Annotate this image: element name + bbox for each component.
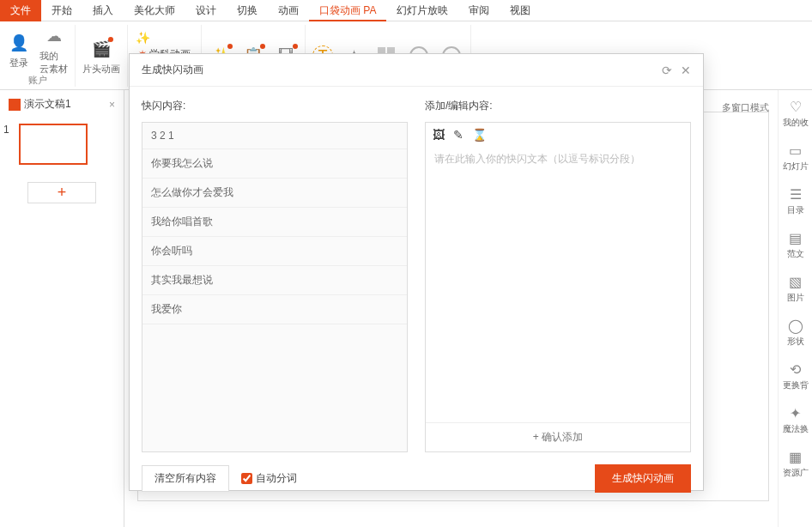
user-icon: 👤 [7,31,31,55]
document-name: 演示文稿1 [24,97,71,112]
multi-window-mode[interactable]: 多窗口模式 [722,101,769,114]
right-sidebar: ♡我的收 ▭幻灯片 ☰目录 ▤范文 ▧图片 ◯形状 ⟲更换背 ✦魔法换 ▦资源广 [778,90,812,527]
image-icon[interactable]: 🖼 [433,128,445,142]
sidebar-resources[interactable]: ▦资源广 [783,449,809,479]
grid-icon: ▦ [789,449,802,465]
tab-start[interactable]: 开始 [41,0,82,21]
close-doc-icon[interactable]: × [109,99,115,111]
slide-thumbnail[interactable]: 1 [3,124,120,165]
dialog-title: 生成快闪动画 [142,63,203,77]
sidebar-favorites[interactable]: ♡我的收 [783,99,809,129]
login-button[interactable]: 👤登录 [7,31,31,70]
list-item[interactable]: 我给你唱首歌 [142,208,407,237]
add-slide-button[interactable]: + [27,182,96,203]
image-icon: ▧ [789,274,802,290]
tab-beauty[interactable]: 美化大师 [124,0,185,21]
list-item[interactable]: 其实我最想说 [142,266,407,295]
tab-design[interactable]: 设计 [185,0,227,21]
sidebar-magic[interactable]: ✦魔法换 [783,405,809,435]
sidebar-slides[interactable]: ▭幻灯片 [783,142,809,173]
slide-preview [19,124,88,165]
generate-button[interactable]: 生成快闪动画 [595,464,691,493]
flash-dialog: 生成快闪动画 ⟳ ✕ 快闪内容: 3 2 1 你要我怎么说 怎么做你才会爱我 我… [129,53,704,491]
tab-insert[interactable]: 插入 [82,0,124,21]
cloud-button[interactable]: ☁我的 云素材 [39,24,68,76]
sidebar-background[interactable]: ⟲更换背 [783,361,809,391]
slides-icon: ▭ [789,142,802,159]
ribbon-tabs: 文件 开始 插入 美化大师 设计 切换 动画 口袋动画 PA 幻灯片放映 审阅 … [0,0,812,21]
doc-icon: ▤ [789,230,802,246]
heart-icon: ♡ [790,99,802,115]
list-item[interactable]: 你会听吗 [142,237,407,266]
flash-content-list: 3 2 1 你要我怎么说 怎么做你才会爱我 我给你唱首歌 你会听吗 其实我最想说… [142,122,408,452]
ppt-icon [9,99,21,111]
left-col-title: 快闪内容: [142,99,408,113]
clip-anim-button[interactable]: 🎬片头动画 [82,37,120,76]
sparkle-icon: ✨ [135,30,150,45]
refresh-icon[interactable]: ⟳ [662,64,672,77]
document-tab[interactable]: 演示文稿1 × [3,94,120,115]
confirm-add-button[interactable]: + 确认添加 [426,422,690,451]
close-icon[interactable]: ✕ [681,64,691,77]
sidebar-shape[interactable]: ◯形状 [787,318,804,348]
group-label-account: 账户 [28,74,47,87]
shape-icon: ◯ [788,318,803,334]
magic-icon: ✦ [790,405,801,421]
tab-slideshow[interactable]: 幻灯片放映 [386,0,458,21]
tab-view[interactable]: 视图 [500,0,541,21]
list-item[interactable]: 我爱你 [142,295,407,324]
tab-transition[interactable]: 切换 [227,0,268,21]
auto-segment-checkbox[interactable]: 自动分词 [241,471,297,486]
swap-icon: ⟲ [790,361,801,378]
sidebar-template[interactable]: ▤范文 [787,230,804,260]
sidebar-image[interactable]: ▧图片 [787,274,804,304]
right-col-title: 添加/编辑内容: [425,99,691,113]
list-item[interactable]: 你要我怎么说 [142,149,407,179]
eyedropper-icon[interactable]: ✎ [453,128,464,142]
sparkle-button[interactable]: ✨ [135,30,150,45]
slides-panel: 演示文稿1 × 1 + [0,90,124,527]
tab-file[interactable]: 文件 [0,0,41,21]
list-icon: ☰ [790,186,802,203]
cloud-icon: ☁ [42,24,66,48]
tab-pocket[interactable]: 口袋动画 PA [309,0,386,21]
list-item[interactable]: 3 2 1 [142,123,407,149]
clapper-icon: 🎬 [89,37,113,61]
list-item[interactable]: 怎么做你才会爱我 [142,179,407,208]
tab-review[interactable]: 审阅 [458,0,500,21]
edit-box: 🖼 ✎ ⌛ + 确认添加 [425,122,691,452]
tab-anim[interactable]: 动画 [268,0,309,21]
sidebar-toc[interactable]: ☰目录 [787,186,804,216]
slide-number: 1 [3,124,14,165]
clear-all-button[interactable]: 清空所有内容 [142,465,229,492]
hourglass-icon[interactable]: ⌛ [472,128,487,142]
flash-text-input[interactable] [426,147,690,422]
